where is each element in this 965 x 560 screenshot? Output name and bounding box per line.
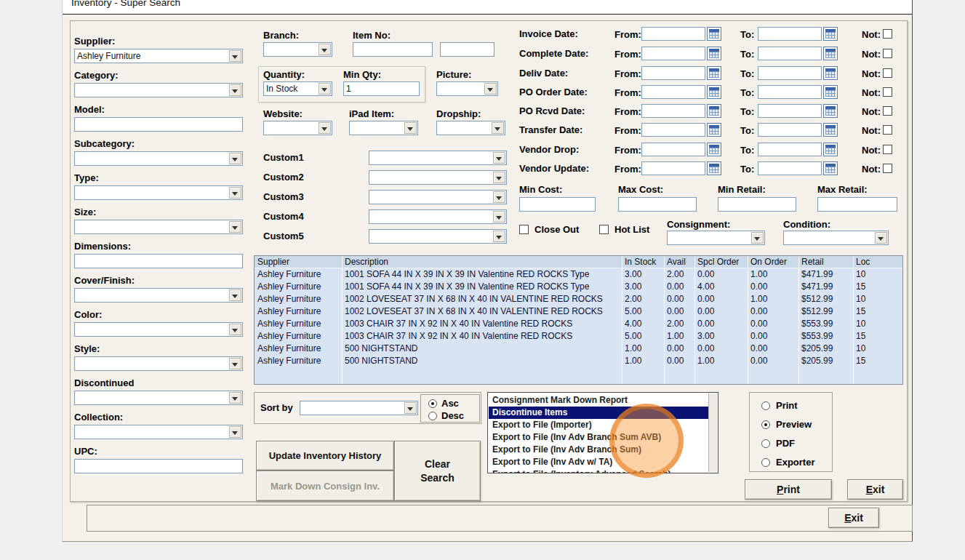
report-action-listbox[interactable]: Consignment Mark Down ReportDiscontinue … — [487, 392, 718, 473]
select-color[interactable] — [74, 322, 243, 337]
table-row[interactable]: Ashley Furniture1003 CHAIR 37 IN X 92 IN… — [255, 330, 902, 343]
clear-search-button[interactable]: Clear Search — [394, 441, 481, 501]
action-list-item-consignment-mark-down-report[interactable]: Consignment Mark Down Report — [489, 394, 708, 407]
input-upc[interactable] — [74, 459, 243, 473]
output-radio-pdf[interactable] — [761, 439, 770, 448]
column-header-spcl-order[interactable]: Spcl Order — [694, 256, 748, 268]
date-from-input[interactable] — [641, 161, 705, 175]
not-checkbox[interactable] — [883, 68, 892, 78]
date-from-input[interactable] — [641, 85, 705, 99]
desc-radio[interactable] — [428, 412, 437, 420]
max-retail-input[interactable] — [817, 197, 897, 212]
chevron-down-icon[interactable] — [751, 232, 764, 244]
mark-down-consign-button[interactable]: Mark Down Consign Inv. — [256, 471, 394, 501]
custom5-select[interactable] — [369, 229, 507, 244]
calendar-icon[interactable] — [823, 66, 838, 80]
calendar-icon[interactable] — [823, 161, 838, 175]
calendar-icon[interactable] — [707, 123, 721, 137]
consignment-select[interactable] — [667, 231, 765, 245]
calendar-icon[interactable] — [823, 27, 838, 41]
not-checkbox[interactable] — [883, 164, 892, 173]
select-cover-finish[interactable] — [74, 288, 243, 303]
chevron-down-icon[interactable] — [229, 289, 241, 301]
chevron-down-icon[interactable] — [229, 392, 241, 404]
outer-exit-button[interactable]: Exit — [828, 508, 879, 528]
date-from-input[interactable] — [641, 27, 705, 41]
date-to-input[interactable] — [758, 123, 822, 137]
date-from-input[interactable] — [641, 143, 705, 156]
column-header-loc[interactable]: Loc — [853, 256, 903, 268]
calendar-icon[interactable] — [707, 85, 721, 99]
select-collection[interactable] — [74, 425, 243, 439]
chevron-down-icon[interactable] — [493, 211, 505, 223]
calendar-icon[interactable] — [707, 47, 721, 60]
calendar-icon[interactable] — [707, 66, 721, 80]
asc-radio[interactable] — [428, 399, 437, 408]
update-inventory-history-button[interactable]: Update Inventory History — [256, 441, 394, 471]
date-from-input[interactable] — [641, 66, 705, 80]
chevron-down-icon[interactable] — [229, 358, 241, 369]
not-checkbox[interactable] — [883, 49, 892, 58]
calendar-icon[interactable] — [823, 123, 838, 137]
sort-by-select[interactable] — [300, 401, 418, 415]
output-radio-exporter[interactable] — [761, 458, 770, 467]
not-checkbox[interactable] — [883, 145, 892, 154]
not-checkbox[interactable] — [883, 106, 892, 116]
print-button[interactable]: Print — [745, 479, 832, 500]
select-size[interactable] — [74, 220, 243, 234]
exit-button[interactable]: Exit — [847, 479, 903, 500]
table-row[interactable]: Ashley Furniture1002 LOVESEAT 37 IN X 68… — [255, 293, 902, 305]
close-out-checkbox[interactable] — [519, 225, 529, 234]
calendar-icon[interactable] — [707, 27, 721, 41]
date-to-input[interactable] — [758, 104, 822, 118]
date-to-input[interactable] — [758, 47, 822, 60]
column-header-on-order[interactable]: On Order — [748, 256, 798, 268]
column-header-supplier[interactable]: Supplier — [255, 256, 342, 268]
output-radio-preview[interactable] — [761, 420, 770, 429]
min-cost-input[interactable] — [519, 197, 596, 212]
not-checkbox[interactable] — [883, 29, 892, 39]
table-row[interactable]: Ashley Furniture1003 CHAIR 37 IN X 92 IN… — [255, 318, 902, 330]
max-cost-input[interactable] — [618, 197, 697, 212]
custom4-select[interactable] — [369, 209, 507, 224]
column-header-retail[interactable]: Retail — [798, 256, 853, 268]
min-retail-input[interactable] — [718, 197, 796, 212]
chevron-down-icon[interactable] — [404, 402, 417, 414]
condition-select[interactable] — [783, 231, 889, 245]
chevron-down-icon[interactable] — [229, 324, 241, 335]
table-row[interactable]: Ashley Furniture500 NIGHTSTAND1.000.001.… — [255, 355, 902, 367]
results-table[interactable]: SupplierDescriptionIn StockAvailSpcl Ord… — [254, 255, 903, 385]
calendar-icon[interactable] — [823, 104, 838, 118]
calendar-icon[interactable] — [707, 161, 721, 175]
table-row[interactable]: Ashley Furniture500 NIGHTSTAND1.000.000.… — [255, 343, 902, 355]
select-style[interactable] — [74, 356, 243, 371]
chevron-down-icon[interactable] — [229, 221, 241, 233]
output-radio-print[interactable] — [761, 401, 770, 410]
date-from-input[interactable] — [641, 123, 705, 137]
column-header-description[interactable]: Description — [342, 256, 622, 268]
calendar-icon[interactable] — [707, 143, 721, 156]
date-to-input[interactable] — [758, 143, 822, 156]
date-to-input[interactable] — [758, 27, 822, 41]
select-discontinued[interactable] — [74, 391, 243, 405]
calendar-icon[interactable] — [707, 104, 721, 118]
listbox-scrollbar[interactable] — [708, 393, 717, 472]
calendar-icon[interactable] — [823, 47, 838, 60]
table-row[interactable]: Ashley Furniture1002 LOVESEAT 37 IN X 68… — [255, 305, 902, 318]
not-checkbox[interactable] — [883, 125, 892, 135]
input-dimensions[interactable] — [74, 254, 243, 268]
date-to-input[interactable] — [758, 161, 822, 175]
calendar-icon[interactable] — [823, 143, 838, 156]
chevron-down-icon[interactable] — [229, 426, 241, 438]
chevron-down-icon[interactable] — [493, 231, 505, 242]
calendar-icon[interactable] — [823, 85, 838, 99]
date-from-input[interactable] — [641, 47, 705, 60]
column-header-in-stock[interactable]: In Stock — [622, 256, 664, 268]
column-header-avail[interactable]: Avail — [664, 256, 694, 268]
hot-list-checkbox[interactable] — [599, 225, 609, 234]
chevron-down-icon[interactable] — [875, 232, 887, 244]
not-checkbox[interactable] — [883, 87, 892, 97]
table-row[interactable]: Ashley Furniture1001 SOFA 44 IN X 39 IN … — [255, 268, 902, 281]
action-list-item-export-to-file-inventory-advanced-search[interactable]: Export to File (Inventory Advanced Searc… — [489, 468, 708, 473]
date-to-input[interactable] — [758, 85, 822, 99]
